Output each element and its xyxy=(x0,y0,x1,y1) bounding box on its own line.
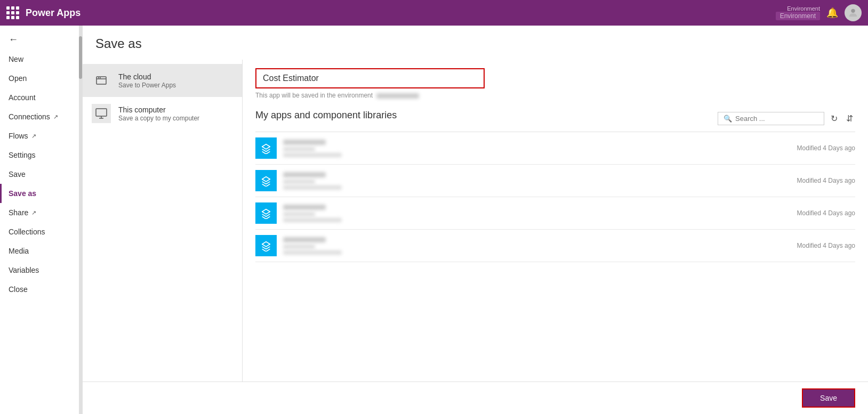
env-name: Environment xyxy=(776,12,820,20)
app-modified: Modified 4 Days ago xyxy=(797,177,855,184)
save-footer: Save xyxy=(83,381,868,414)
app-sub-blurred xyxy=(283,147,315,151)
sidebar-item-variables[interactable]: Variables xyxy=(0,261,82,280)
sidebar-item-label: New xyxy=(9,55,23,63)
sidebar-scrollbar[interactable] xyxy=(79,26,82,414)
external-link-icon: ↗ xyxy=(31,209,36,216)
save-option-computer[interactable]: This computer Save a copy to my computer xyxy=(83,97,242,130)
sidebar-item-label: Collections xyxy=(9,228,45,236)
save-option-computer-title: This computer xyxy=(118,105,199,114)
sidebar-item-label: Settings xyxy=(9,151,36,159)
content-area: Save as The cloud xyxy=(83,26,868,414)
list-item[interactable]: Modified 4 Days ago xyxy=(255,132,855,165)
sidebar-item-save[interactable]: Save xyxy=(0,165,82,184)
env-label: Environment xyxy=(787,5,820,12)
sidebar-item-label: Flows xyxy=(9,132,28,140)
avatar[interactable] xyxy=(845,4,862,21)
save-option-computer-subtitle: Save a copy to my computer xyxy=(118,115,199,122)
apps-header: My apps and component libraries 🔍 ↻ ⇵ xyxy=(255,110,855,127)
svg-rect-5 xyxy=(96,109,107,116)
sidebar-item-label: Account xyxy=(9,93,36,102)
sidebar-item-label: Variables xyxy=(9,266,39,274)
app-sub-blurred xyxy=(283,212,315,216)
external-link-icon: ↗ xyxy=(31,133,36,140)
save-button[interactable]: Save xyxy=(802,388,855,408)
app-modified: Modified 4 Days ago xyxy=(797,242,855,249)
search-box[interactable]: 🔍 xyxy=(718,112,824,125)
app-sub-long xyxy=(283,153,342,157)
app-sub-blurred xyxy=(283,245,315,249)
app-title: Power Apps xyxy=(26,7,81,19)
list-item[interactable]: Modified 4 Days ago xyxy=(255,230,855,262)
save-option-cloud[interactable]: The cloud Save to Power Apps xyxy=(83,64,242,97)
scrollbar-thumb xyxy=(79,36,82,79)
app-name-blurred xyxy=(283,205,326,210)
app-info xyxy=(283,172,791,190)
refresh-icon[interactable]: ↻ xyxy=(829,111,840,126)
app-list: Modified 4 Days ago Modified 4 Days ago xyxy=(255,132,855,373)
computer-icon xyxy=(92,104,111,123)
save-option-cloud-text: The cloud Save to Power Apps xyxy=(118,72,176,89)
list-item[interactable]: Modified 4 Days ago xyxy=(255,197,855,230)
back-button[interactable]: ← xyxy=(0,26,82,50)
sidebar-item-new[interactable]: New xyxy=(0,50,82,69)
app-name-blurred xyxy=(283,140,326,145)
app-info xyxy=(283,237,791,255)
save-options-panel: The cloud Save to Power Apps This xyxy=(83,60,243,381)
app-info xyxy=(283,205,791,222)
app-modified: Modified 4 Days ago xyxy=(797,209,855,217)
main-layout: ← New Open Account Connections ↗ Flows ↗… xyxy=(0,26,868,414)
sidebar-item-label: Media xyxy=(9,247,29,255)
sidebar-item-connections[interactable]: Connections ↗ xyxy=(0,107,82,126)
env-name-blurred xyxy=(376,93,419,99)
save-body: The cloud Save to Power Apps This xyxy=(83,60,868,381)
notification-bell-icon[interactable]: 🔔 xyxy=(826,7,838,19)
save-option-computer-text: This computer Save a copy to my computer xyxy=(118,105,199,122)
app-icon xyxy=(255,170,277,191)
app-sub-long xyxy=(283,185,342,190)
app-icon xyxy=(255,235,277,256)
sidebar-item-flows[interactable]: Flows ↗ xyxy=(0,126,82,145)
page-title: Save as xyxy=(83,26,868,60)
sidebar-item-share[interactable]: Share ↗ xyxy=(0,203,82,222)
sidebar-item-label: Open xyxy=(9,74,27,83)
app-info xyxy=(283,140,791,157)
app-name-input[interactable] xyxy=(255,68,485,88)
search-input[interactable] xyxy=(735,115,818,123)
environment-selector[interactable]: Environment Environment xyxy=(776,5,820,20)
save-option-cloud-title: The cloud xyxy=(118,72,176,81)
app-modified: Modified 4 Days ago xyxy=(797,144,855,152)
app-icon xyxy=(255,202,277,224)
sidebar-item-label: Share xyxy=(9,208,28,217)
app-icon xyxy=(255,137,277,159)
search-icon: 🔍 xyxy=(724,115,732,123)
sidebar-item-save-as[interactable]: Save as xyxy=(0,184,82,203)
save-right-panel: This app will be saved in the environmen… xyxy=(243,60,868,381)
sidebar-item-account[interactable]: Account xyxy=(0,88,82,107)
sidebar-item-label: Save as xyxy=(9,189,36,198)
apps-grid-icon[interactable] xyxy=(6,6,19,19)
sidebar-item-label: Save xyxy=(9,170,26,178)
sidebar-item-close[interactable]: Close xyxy=(0,280,82,299)
cloud-icon xyxy=(92,71,111,90)
sidebar-item-settings[interactable]: Settings xyxy=(0,145,82,165)
app-sub-long xyxy=(283,250,342,255)
sidebar-item-collections[interactable]: Collections xyxy=(0,222,82,241)
list-item[interactable]: Modified 4 Days ago xyxy=(255,165,855,197)
header-controls: 🔍 ↻ ⇵ xyxy=(718,111,855,126)
external-link-icon: ↗ xyxy=(53,113,58,120)
svg-point-0 xyxy=(851,9,855,13)
topbar: Power Apps Environment Environment 🔔 xyxy=(0,0,868,26)
sidebar-item-label: Connections xyxy=(9,112,50,121)
app-name-blurred xyxy=(283,172,326,177)
app-sub-long xyxy=(283,218,342,222)
sidebar-item-label: Close xyxy=(9,285,28,294)
sidebar: ← New Open Account Connections ↗ Flows ↗… xyxy=(0,26,83,414)
app-sub-blurred xyxy=(283,180,315,184)
topbar-right: Environment Environment 🔔 xyxy=(776,4,862,21)
sort-icon[interactable]: ⇵ xyxy=(844,111,855,126)
section-title: My apps and component libraries xyxy=(255,110,397,121)
sidebar-item-media[interactable]: Media xyxy=(0,241,82,261)
sidebar-item-open[interactable]: Open xyxy=(0,69,82,88)
svg-rect-1 xyxy=(97,77,106,84)
